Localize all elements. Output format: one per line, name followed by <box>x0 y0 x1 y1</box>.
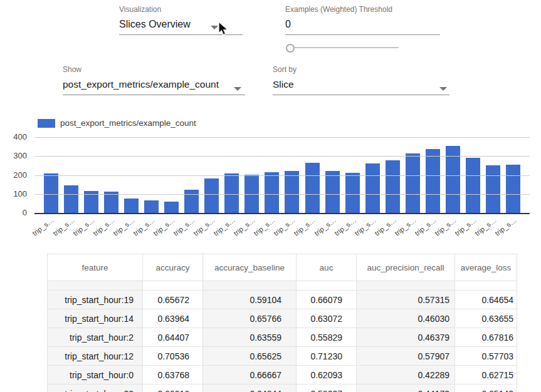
column-header[interactable]: accuracy <box>143 254 203 281</box>
metric-cell[interactable]: 0.42289 <box>357 366 455 384</box>
metric-cell[interactable]: 0.70536 <box>143 347 203 366</box>
metric-cell[interactable]: 0.59104 <box>203 291 297 309</box>
metric-cell[interactable]: 0.57315 <box>357 291 455 309</box>
bar[interactable] <box>426 149 440 213</box>
metric-cell[interactable]: 0.58337 <box>297 384 357 392</box>
bar[interactable] <box>224 173 239 213</box>
bar[interactable] <box>386 160 400 213</box>
filter-cell <box>297 281 357 291</box>
metric-cell[interactable]: 0.63655 <box>455 309 517 328</box>
bar[interactable] <box>184 190 199 213</box>
metric-cell[interactable]: 0.63964 <box>143 309 203 328</box>
metric-cell[interactable]: 0.63559 <box>203 328 297 347</box>
metric-cell[interactable]: 0.64654 <box>455 291 517 309</box>
metric-cell[interactable]: 0.46379 <box>357 328 455 347</box>
bar[interactable] <box>144 200 159 213</box>
bar[interactable] <box>345 173 360 213</box>
field-underline <box>273 95 449 95</box>
slider-handle[interactable] <box>286 44 295 53</box>
metric-cell[interactable]: 0.55829 <box>297 328 357 347</box>
chevron-down-icon[interactable] <box>234 87 241 91</box>
metric-cell[interactable]: 0.63072 <box>297 309 357 328</box>
table-row[interactable]: trip_start_hour:00.637680.666670.620930.… <box>48 366 517 384</box>
metric-cell[interactable]: 0.67816 <box>455 328 517 347</box>
metric-cell[interactable]: 0.46030 <box>357 309 455 328</box>
metric-cell[interactable]: 0.57907 <box>357 347 455 366</box>
bar[interactable] <box>164 202 179 213</box>
field-underline <box>285 34 440 35</box>
table-filter-row <box>48 281 517 291</box>
table-row[interactable]: trip_start_hour:140.639640.657660.630720… <box>48 309 517 328</box>
show-metric-select[interactable]: Show post_export_metrics/example_count <box>63 65 245 95</box>
metric-cell[interactable]: 0.65672 <box>143 291 203 309</box>
metric-cell[interactable]: 0.66667 <box>203 366 297 384</box>
gridline <box>34 175 530 176</box>
bar[interactable] <box>506 165 520 213</box>
filter-cell <box>48 281 143 291</box>
legend-color-swatch <box>38 119 55 128</box>
table-row[interactable]: trip_start_hour:20.644070.635590.558290.… <box>48 328 517 347</box>
x-axis: trip_s…trip_s…trip_s…trip_s…trip_s…trip_… <box>34 214 530 240</box>
bar[interactable] <box>104 192 118 213</box>
threshold-label: Examples (Weighted) Threshold <box>285 5 440 14</box>
sort-by-select[interactable]: Sort by Slice <box>273 65 449 95</box>
x-slot: trip_s… <box>503 214 523 240</box>
metric-cell[interactable]: 0.62093 <box>297 366 357 384</box>
sort-by-label: Sort by <box>273 65 449 74</box>
bar[interactable] <box>466 158 480 213</box>
table-header-row: featureaccuracyaccuracy_baselineaucauc_p… <box>48 254 517 281</box>
bar[interactable] <box>265 172 279 213</box>
x-tick-label: trip_s… <box>31 216 56 237</box>
y-tick-label: 200 <box>2 171 27 180</box>
metric-cell[interactable]: 0.57703 <box>455 347 517 366</box>
show-label: Show <box>63 65 245 74</box>
table-row[interactable]: trip_start_hour:120.705360.656250.712300… <box>48 347 517 366</box>
feature-cell[interactable]: trip_start_hour:19 <box>48 291 143 309</box>
metric-cell[interactable]: 0.64407 <box>143 328 203 347</box>
bar[interactable] <box>305 163 320 213</box>
bar[interactable] <box>406 153 420 213</box>
column-header[interactable]: feature <box>48 254 143 281</box>
feature-cell[interactable]: trip_start_hour:23 <box>48 384 143 392</box>
bar[interactable] <box>44 173 58 213</box>
metric-cell[interactable]: 0.71230 <box>297 347 357 366</box>
bar[interactable] <box>124 199 139 213</box>
feature-cell[interactable]: trip_start_hour:14 <box>48 309 143 328</box>
threshold-value: 0 <box>285 18 440 31</box>
visualization-label: Visualization <box>119 5 243 14</box>
mouse-cursor-icon <box>218 21 229 36</box>
metric-cell[interactable]: 0.65766 <box>203 309 297 328</box>
bar[interactable] <box>486 165 500 213</box>
table-row[interactable]: trip_start_hour:230.660160.648440.583370… <box>48 384 517 392</box>
feature-cell[interactable]: trip_start_hour:12 <box>48 347 143 366</box>
metric-cell[interactable]: 0.66016 <box>143 384 203 392</box>
threshold-input[interactable]: Examples (Weighted) Threshold 0 <box>285 5 440 35</box>
bar[interactable] <box>64 185 78 213</box>
metric-cell[interactable]: 0.63768 <box>143 366 203 384</box>
example-count-bar-chart <box>34 137 530 214</box>
column-header[interactable]: accuracy_baseline <box>203 254 297 281</box>
slider-track[interactable] <box>290 47 399 48</box>
bar[interactable] <box>325 171 340 213</box>
gridline <box>34 137 530 138</box>
y-tick-label: 100 <box>2 190 27 199</box>
bar[interactable] <box>365 163 380 213</box>
metric-cell[interactable]: 0.65142 <box>455 384 517 392</box>
metric-cell[interactable]: 0.65625 <box>203 347 297 366</box>
metric-cell[interactable]: 0.44173 <box>357 384 455 392</box>
chevron-down-icon[interactable] <box>439 87 447 91</box>
column-header[interactable]: average_loss <box>455 254 517 281</box>
bar[interactable] <box>204 178 219 213</box>
feature-cell[interactable]: trip_start_hour:2 <box>48 328 143 347</box>
metric-cell[interactable]: 0.62715 <box>455 366 517 384</box>
feature-cell[interactable]: trip_start_hour:0 <box>48 366 143 384</box>
metric-cell[interactable]: 0.64844 <box>203 384 297 392</box>
column-header[interactable]: auc <box>297 254 357 281</box>
table-row[interactable]: trip_start_hour:190.656720.591040.660790… <box>48 291 517 309</box>
bar[interactable] <box>285 171 299 213</box>
gridline <box>34 194 530 195</box>
metric-cell[interactable]: 0.66079 <box>297 291 357 309</box>
threshold-slider[interactable] <box>286 43 399 52</box>
filter-cell <box>357 281 455 291</box>
column-header[interactable]: auc_precision_recall <box>357 254 455 281</box>
